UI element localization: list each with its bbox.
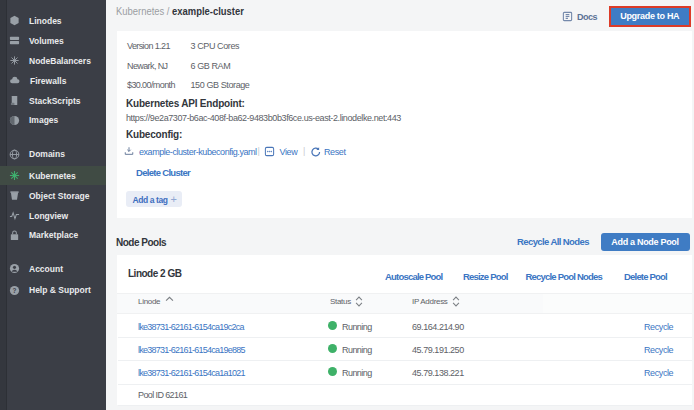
svg-text:?: ? [13,286,17,293]
